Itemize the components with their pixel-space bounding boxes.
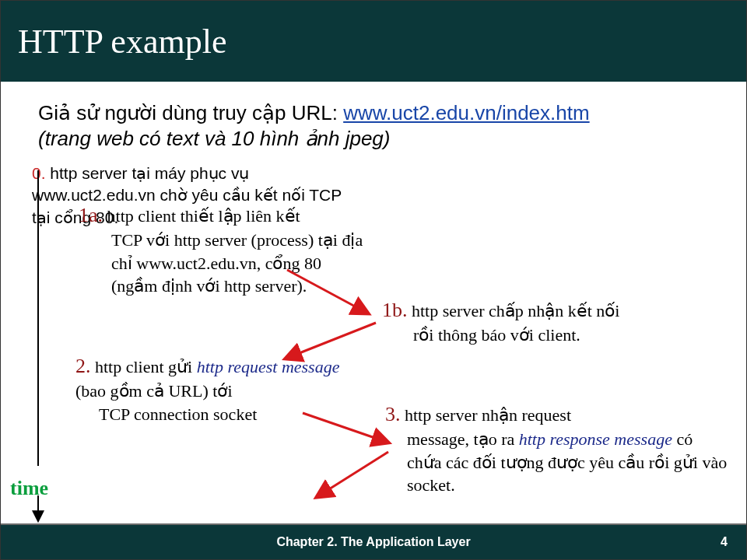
step-2-label: 2. <box>75 355 91 377</box>
step-3: 3. http server nhận requestmessage, tạo … <box>385 401 728 497</box>
step-3-label: 3. <box>385 403 401 425</box>
step-1b-label: 1b. <box>382 299 408 321</box>
footer-page-number: 4 <box>721 535 728 549</box>
step-1a: 1a. http client thiết lập liên kếtTCP vớ… <box>79 201 370 298</box>
intro-suffix: (trang web có text và 10 hình ảnh jpeg) <box>38 127 391 150</box>
footer-bar: Chapter 2. The Application Layer 4 <box>1 523 746 559</box>
step-1b: 1b. http server chấp nhận kết nốirồi thô… <box>382 296 717 347</box>
step-3-text: http server nhận requestmessage, tạo ra … <box>385 405 728 497</box>
time-label: time <box>10 477 48 500</box>
step-0-label: 0. <box>32 164 46 182</box>
slide: HTTP example Giả sử người dùng truy cập … <box>0 0 747 560</box>
step-2-post-wrap: (bao gồm cả URL) tớiTCP connection socke… <box>75 381 371 425</box>
intro-text: Giả sử người dùng truy cập URL: www.uct2… <box>38 100 715 151</box>
step-1b-text: http server chấp nhận kết nốirồi thông b… <box>382 301 717 347</box>
step-2-pre: http client gửi <box>91 357 197 376</box>
step-2: 2. http client gửi http request message … <box>75 352 371 425</box>
step-2-em: http request message <box>197 357 340 376</box>
footer-chapter: Chapter 2. The Application Layer <box>276 535 470 549</box>
body-area: 0. http server tại máy phục vụ www.uct2.… <box>32 163 731 513</box>
step-3-em: http response message <box>519 429 672 449</box>
step-1a-text: http client thiết lập liên kếtTCP với ht… <box>79 206 370 298</box>
step-1a-label: 1a. <box>79 204 103 226</box>
intro-url-link[interactable]: www.uct2.edu.vn/index.htm <box>343 101 590 124</box>
step-2-text: http client gửi http request message (ba… <box>75 357 371 425</box>
slide-title: HTTP example <box>1 1 746 82</box>
intro-prefix: Giả sử người dùng truy cập URL: <box>38 101 343 124</box>
